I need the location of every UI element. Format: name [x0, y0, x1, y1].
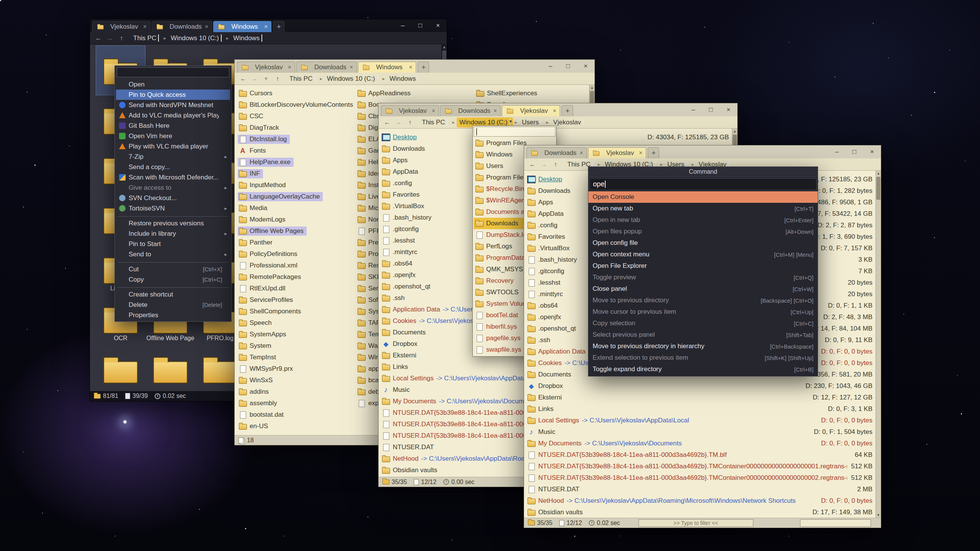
maximize-button[interactable]: □ [412, 19, 429, 32]
command-item[interactable]: Move to previous directory [Backspace] [… [588, 295, 818, 306]
context-menu-item[interactable]: Open ▸ [116, 79, 230, 90]
file-row[interactable]: NTUSER.DAT{53b39e88-18c4-11ea-a811-000d3… [527, 472, 879, 484]
tab[interactable]: Vjekoslav × [237, 62, 295, 73]
tab[interactable]: Downloads × [440, 105, 501, 116]
breadcrumb-segment[interactable]: This PC [419, 117, 450, 127]
breadcrumb-segment[interactable]: Windows 10 (C:) [168, 33, 224, 43]
file-row[interactable]: Eksterni D: 12, F: 127, 12 GB [527, 392, 879, 403]
maximize-button[interactable]: □ [702, 103, 720, 116]
file-row[interactable]: addins [238, 386, 356, 398]
forward-button[interactable]: → [393, 118, 404, 127]
tab-close-icon[interactable]: × [264, 23, 268, 30]
file-row[interactable]: Panther [238, 237, 356, 248]
file-row[interactable]: NTUSER.DAT 2 MB [527, 484, 879, 495]
file-row[interactable]: Desktop D: 43034, F: 125185, 23 GB [382, 132, 735, 143]
close-button[interactable]: × [863, 145, 881, 158]
scroll-up-icon[interactable]: ▲ [732, 129, 737, 134]
file-row[interactable]: assembly [238, 398, 356, 409]
new-tab-button[interactable]: + [562, 105, 573, 116]
command-item[interactable]: Extend selection to previous item [Shift… [588, 352, 818, 364]
minimize-button[interactable]: – [394, 19, 412, 32]
file-row[interactable]: RtlExUpd.dll [238, 283, 356, 294]
command-item[interactable]: Open context menu [Ctrl+M] [Menu] [588, 249, 818, 260]
tab[interactable]: Windows × [213, 21, 271, 32]
context-menu-item[interactable]: Play with VLC media player ▸ [116, 141, 230, 152]
context-menu-item[interactable]: Git Bash Here ▸ [116, 121, 230, 131]
tab[interactable]: Downloads × [526, 147, 587, 158]
file-row[interactable]: Links D: 0, F: 3, 1 KB [527, 403, 879, 415]
tab[interactable]: Windows × [358, 62, 416, 73]
context-menu-item[interactable]: SVN Checkout... ▸ [116, 193, 230, 203]
file-row[interactable]: Local Settings -> C:\Users\Vjekoslav\App… [527, 415, 879, 426]
path-input[interactable] [800, 519, 871, 527]
context-menu-item[interactable]: Give access to ▸ [116, 183, 230, 193]
file-row[interactable]: INF [238, 168, 356, 179]
context-menu-item[interactable]: Send with NordVPN Meshnet ▸ [116, 100, 230, 110]
file-row[interactable]: ShellComponents [238, 306, 356, 317]
file-row[interactable]: CSC [238, 111, 356, 122]
breadcrumb-segment[interactable]: Windows [387, 74, 421, 84]
file-row[interactable]: ShellExperiences [475, 88, 594, 99]
command-item[interactable]: Open File Explorer [588, 260, 818, 272]
filter-input[interactable]: >> Type to filter << [639, 519, 753, 527]
context-menu-item[interactable]: ▸ [118, 285, 229, 288]
tab[interactable]: Vjekoslav × [502, 105, 560, 116]
minimize-button[interactable]: – [828, 145, 846, 158]
tab[interactable]: Downloads × [296, 62, 357, 73]
vertical-scrollbar[interactable]: ▲ ▼ [875, 171, 881, 518]
command-item[interactable]: Open config file [588, 237, 818, 249]
scroll-down-icon[interactable]: ▼ [876, 512, 881, 518]
breadcrumb-segment[interactable]: Windows 10 (C:) [324, 74, 381, 84]
context-menu-item[interactable]: Pin to Start ▸ [116, 239, 230, 249]
maximize-button[interactable]: □ [559, 60, 577, 73]
breadcrumb-segment[interactable]: This PC [131, 33, 162, 43]
tab-close-icon[interactable]: × [350, 64, 353, 71]
context-menu-item[interactable]: Send to ▸ [116, 249, 230, 259]
back-button[interactable]: ← [93, 34, 104, 43]
new-tab-button[interactable]: + [273, 21, 284, 32]
command-item[interactable]: Select previous panel [Shift+Tab] [588, 329, 818, 341]
command-item[interactable]: Open in new tab [Ctrl+Enter] [588, 214, 818, 226]
context-menu-item[interactable]: Pin to Quick access ▸ [116, 90, 230, 100]
file-row[interactable]: NTUSER.DAT{53b39e88-18c4-11ea-a811-000d3… [527, 461, 879, 472]
tab-close-icon[interactable]: × [143, 23, 147, 30]
up-button[interactable]: ↑ [116, 34, 127, 43]
file-row[interactable]: Speech [238, 317, 356, 329]
file-row[interactable]: InputMethod [238, 179, 356, 191]
forward-button[interactable]: → [539, 160, 549, 169]
tab[interactable]: Vjekoslav × [381, 105, 439, 116]
up-button[interactable]: ↑ [272, 74, 283, 83]
tab-close-icon[interactable]: × [432, 108, 435, 114]
command-item[interactable]: Open files popup [Alt+Down] [588, 226, 818, 237]
tab-close-icon[interactable]: × [493, 108, 497, 114]
context-menu-item[interactable]: ▸ [117, 67, 229, 77]
context-menu-item[interactable]: Include in library ▸ [116, 228, 230, 239]
file-row[interactable]: My Documents -> C:\Users\Vjekoslav\Docum… [527, 438, 879, 449]
forward-button[interactable]: → [249, 74, 260, 83]
tab-close-icon[interactable]: × [409, 64, 412, 71]
context-menu-item[interactable]: Scan with Microsoft Defender... ▸ [116, 172, 230, 183]
dropdown-filter-input[interactable] [474, 127, 555, 137]
file-row[interactable]: SystemApps [238, 329, 356, 340]
tab-close-icon[interactable]: × [639, 150, 642, 156]
back-button[interactable]: ← [382, 118, 392, 127]
scrollbar-thumb[interactable] [876, 177, 880, 200]
up-button[interactable]: ↑ [550, 160, 561, 169]
context-menu-item[interactable]: Properties ▸ [116, 310, 230, 320]
forward-button[interactable]: → [105, 34, 115, 43]
file-row[interactable]: PolicyDefinitions [238, 248, 356, 260]
context-menu-item[interactable]: ▸ [118, 260, 229, 262]
context-menu-item[interactable]: ▸ [118, 214, 229, 217]
close-button[interactable]: × [429, 19, 447, 32]
grid-item[interactable] [146, 344, 195, 391]
titlebar[interactable]: Vjekoslav × Downloads × Windows × + – □ [235, 60, 595, 73]
context-menu-item[interactable]: Restore previous versions ▸ [116, 218, 230, 228]
command-item[interactable]: Close panel [Ctrl+W] [588, 283, 818, 295]
breadcrumb-segment[interactable]: Windows [230, 33, 265, 43]
context-menu-item[interactable]: TortoiseSVN ▸ [116, 203, 230, 214]
file-row[interactable]: Professional.xml [238, 260, 356, 271]
command-item[interactable]: Open new tab [Ctrl+T] [588, 203, 818, 214]
file-row[interactable]: en-US [238, 421, 356, 432]
close-button[interactable]: × [577, 60, 595, 73]
tab[interactable]: Downloads × [152, 21, 212, 32]
